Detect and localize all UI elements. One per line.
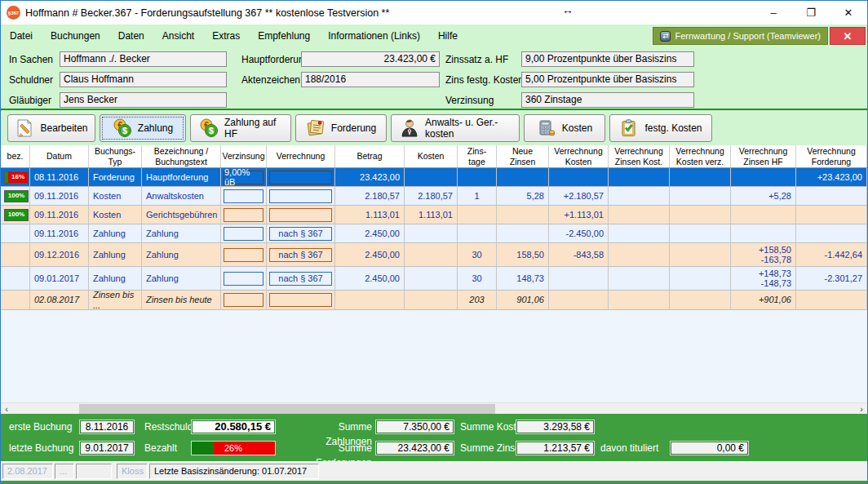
anwaltskosten-button[interactable]: Anwalts- u. Ger.-kosten: [391, 114, 520, 142]
glaeubiger-field[interactable]: Jens Becker: [60, 92, 227, 108]
column-header-zinstage[interactable]: Zins- tage: [458, 145, 497, 167]
horizontal-scrollbar[interactable]: ‹ ›: [1, 402, 867, 414]
cell-datum: 09.11.2016: [30, 224, 89, 243]
column-header-text[interactable]: Bezeichnung / Buchungstext: [142, 145, 221, 167]
column-header-verrechnung[interactable]: Verrechnung: [267, 145, 335, 167]
table-row-4[interactable]: 09.12.2016ZahlungZahlungnach § 3672.450,…: [1, 243, 867, 267]
cell-verr_kosten_verz: [670, 206, 731, 224]
cell-verzinsung: [221, 224, 267, 243]
menu-informationen[interactable]: Informationen (Links): [319, 26, 429, 46]
table-row-1[interactable]: 100%09.11.2016KostenAnwaltskosten2.180,5…: [1, 187, 867, 206]
cell-betrag: 2.450,00: [335, 243, 405, 267]
cell-verr_kosten: [549, 168, 609, 187]
cell-verr_kosten: +1.113,01: [549, 206, 609, 224]
maximize-button[interactable]: ❐: [792, 1, 830, 24]
verrechnung-edit-box[interactable]: nach § 367: [269, 227, 332, 241]
menu-datei[interactable]: Datei: [1, 26, 42, 46]
table-header-row: bez.DatumBuchungs- TypBezeichnung / Buch…: [1, 145, 867, 168]
cell-text: Zinsen bis heute: [142, 291, 221, 310]
menu-daten[interactable]: Daten: [109, 26, 153, 46]
scrollbar-thumb[interactable]: [79, 404, 495, 414]
minimize-button[interactable]: –: [755, 1, 792, 24]
cell-kosten: [405, 291, 458, 310]
status-dots-button[interactable]: ...: [55, 464, 74, 479]
verrechnung-edit-box[interactable]: [269, 293, 332, 307]
column-header-bez[interactable]: bez.: [1, 145, 30, 167]
verrechnung-edit-box[interactable]: nach § 367: [269, 248, 332, 262]
menu-buchungen[interactable]: Buchungen: [42, 26, 109, 46]
cell-typ: Kosten: [89, 187, 142, 206]
menu-hilfe[interactable]: Hilfe: [429, 26, 467, 46]
column-header-typ[interactable]: Buchungs- Typ: [89, 145, 142, 167]
cell-verr_zinsen_kost: [609, 206, 670, 224]
column-header-verr_kosten_verz[interactable]: Verrechnung Kosten verz.: [670, 145, 731, 167]
zins-festg-kosten-field[interactable]: 5,00 Prozentpunkte über Basiszins: [521, 72, 694, 87]
verrechnung-edit-box[interactable]: [269, 208, 332, 222]
cell-verr_kosten_verz: [670, 291, 731, 310]
cell-verrechnung: nach § 367: [267, 243, 335, 267]
table-row-5[interactable]: 09.01.2017ZahlungZahlungnach § 3672.450,…: [1, 267, 867, 291]
scroll-right-icon[interactable]: ›: [856, 403, 867, 414]
verrechnung-edit-box[interactable]: [269, 189, 332, 203]
in-sachen-field[interactable]: Hoffmann ./. Becker: [60, 51, 227, 67]
column-header-verzinsung[interactable]: Verzinsung: [221, 145, 267, 167]
column-header-neue_zinsen[interactable]: Neue Zinsen: [497, 145, 549, 167]
zinssatz-hf-field[interactable]: 9,00 Prozentpunkte über Basiszins: [521, 51, 694, 67]
aktenzeichen-field[interactable]: 188/2016: [301, 72, 440, 87]
summe-kosten-value: 3.293,58 €: [516, 420, 595, 434]
cell-betrag: [335, 291, 405, 310]
column-header-betrag[interactable]: Betrag: [335, 145, 405, 167]
menu-extras[interactable]: Extras: [203, 26, 249, 46]
forderung-button[interactable]: Forderung: [295, 114, 387, 142]
app-window: §367 Hoffmann # Becker.367 - Forderungsa…: [0, 0, 868, 484]
cell-verr_zinsen_hf: [731, 168, 796, 187]
kosten-button[interactable]: Kosten: [524, 114, 605, 142]
close-window-red-button[interactable]: ✕: [830, 27, 866, 45]
cell-verr_forderung: [796, 224, 867, 243]
column-header-verr_zinsen_hf[interactable]: Verrechnung Zinsen HF: [731, 145, 796, 167]
remote-support-button[interactable]: ⇄ Fernwartung / Support (Teamviewer): [653, 27, 828, 45]
svg-text:$: $: [209, 126, 214, 135]
cell-betrag: 2.450,00: [335, 267, 405, 291]
verrechnung-edit-box[interactable]: nach § 367: [269, 272, 332, 286]
column-header-verr_forderung[interactable]: Verrechnung Forderung: [796, 145, 867, 167]
festg-kosten-button[interactable]: festg. Kosten: [609, 114, 712, 142]
bearbeiten-button[interactable]: Bearbeiten: [7, 114, 95, 142]
cell-verzinsung: [221, 206, 267, 224]
table-row-6[interactable]: 02.08.2017Zinsen bis ...Zinsen bis heute…: [1, 291, 867, 310]
verzinsung-edit-box[interactable]: [224, 248, 264, 262]
column-header-datum[interactable]: Datum: [30, 145, 89, 167]
verzinsung-edit-box[interactable]: [224, 272, 264, 286]
cell-zinstage: [458, 224, 497, 243]
anwaltskosten-label: Anwalts- u. Ger.-kosten: [425, 117, 511, 140]
status-bar: 2.08.2017 ... Kloss Letzte Basiszinsände…: [1, 461, 867, 481]
table-row-0[interactable]: 16%08.11.2016ForderungHauptforderung9,00…: [1, 168, 867, 187]
schuldner-field[interactable]: Claus Hoffmann: [60, 72, 227, 87]
verzinsung-edit-box[interactable]: [224, 208, 264, 222]
cell-bez: [1, 291, 30, 310]
table-row-2[interactable]: 100%09.11.2016KostenGerichtsgebühren1.11…: [1, 206, 867, 224]
cell-text: Zahlung: [142, 243, 221, 267]
verzinsung-edit-box[interactable]: [224, 293, 264, 307]
menu-empfehlung[interactable]: Empfehlung: [249, 26, 319, 46]
close-button[interactable]: ✕: [830, 1, 867, 24]
cell-verr_forderung: +23.423,00: [796, 168, 867, 187]
verzinsung-edit-box[interactable]: [224, 189, 264, 203]
column-header-kosten[interactable]: Kosten: [405, 145, 458, 167]
summe-forderungen-value: 23.423,00 €: [375, 441, 454, 455]
table-row-3[interactable]: 09.11.2016ZahlungZahlungnach § 3672.450,…: [1, 224, 867, 243]
verzinsung-edit-box[interactable]: [224, 227, 264, 241]
column-header-verr_kosten[interactable]: Verrechnung Kosten: [549, 145, 609, 167]
status-user: Kloss: [117, 464, 148, 479]
verzinsung-edit-box[interactable]: 9,00% üB: [224, 171, 264, 184]
hauptforderung-field[interactable]: 23.423,00 €: [301, 51, 440, 67]
verrechnung-edit-box[interactable]: [269, 171, 332, 184]
scroll-left-icon[interactable]: ‹: [1, 403, 12, 414]
menu-ansicht[interactable]: Ansicht: [153, 26, 203, 46]
zahlung-button[interactable]: €$ Zahlung: [100, 114, 186, 142]
verzinsung-field[interactable]: 360 Zinstage: [521, 92, 694, 108]
svg-text:$: $: [122, 126, 127, 135]
cell-zinstage: [458, 168, 497, 187]
column-header-verr_zinsen_kost[interactable]: Verrechnung Zinsen Kost.: [609, 145, 670, 167]
zahlung-auf-hf-button[interactable]: €$ Zahlung auf HF: [190, 114, 291, 142]
